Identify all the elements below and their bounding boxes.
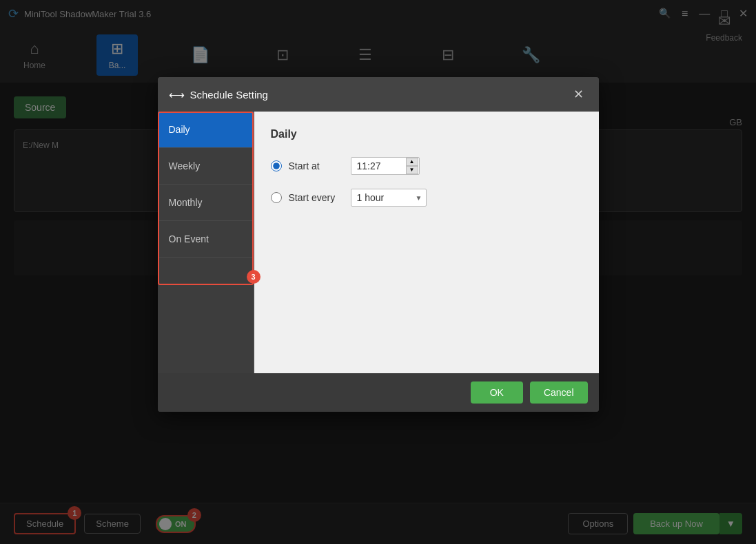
radio-group: Start at ▲ ▼ S [271, 157, 582, 207]
start-at-label: Start at [289, 160, 344, 171]
interval-dropdown[interactable]: 1 hour 2 hours 3 hours 4 hours 6 hours 1… [351, 189, 427, 207]
dialog-title: ⟷ Schedule Setting [169, 88, 268, 101]
sidebar-tab-weekly[interactable]: Weekly [158, 148, 254, 185]
dialog-content: Daily Start at ▲ ▼ [254, 112, 599, 373]
cancel-button[interactable]: Cancel [530, 381, 588, 404]
sidebar-tab-daily[interactable]: Daily [158, 112, 254, 148]
modal-overlay: ⟷ Schedule Setting ✕ Daily Weekly Monthl… [0, 0, 756, 544]
spin-up-button[interactable]: ▲ [406, 158, 418, 166]
app-body: ⌂ Home ⊞ Ba... 📄 ⊡ ☰ ⊟ 🔧 ✉ Feedback Sour… [0, 28, 756, 544]
dialog-title-icon: ⟷ [169, 88, 185, 101]
ok-button[interactable]: OK [471, 381, 523, 404]
dialog-title-text: Schedule Setting [190, 89, 268, 101]
start-every-row: Start every 1 hour 2 hours 3 hours 4 hou… [271, 189, 582, 207]
sidebar-tab-monthly[interactable]: Monthly [158, 185, 254, 221]
daily-title: Daily [271, 128, 582, 140]
dialog-close-button[interactable]: ✕ [569, 85, 588, 103]
spin-buttons: ▲ ▼ [406, 158, 418, 174]
start-every-radio[interactable] [271, 192, 282, 203]
interval-dropdown-wrapper: 1 hour 2 hours 3 hours 4 hours 6 hours 1… [351, 189, 427, 207]
dialog-footer: OK Cancel [158, 373, 599, 412]
dialog-sidebar: Daily Weekly Monthly On Event 3 [158, 112, 254, 373]
start-every-label: Start every [289, 192, 344, 203]
badge-3: 3 [247, 270, 260, 284]
start-at-row: Start at ▲ ▼ [271, 157, 582, 175]
sidebar-tab-on-event[interactable]: On Event [158, 221, 254, 258]
time-input-wrapper: ▲ ▼ [351, 157, 420, 175]
dialog-body: Daily Weekly Monthly On Event 3 Daily [158, 112, 599, 373]
spin-down-button[interactable]: ▼ [406, 166, 418, 174]
start-at-radio[interactable] [271, 160, 282, 171]
schedule-dialog: ⟷ Schedule Setting ✕ Daily Weekly Monthl… [158, 77, 599, 412]
dialog-header: ⟷ Schedule Setting ✕ [158, 77, 599, 112]
